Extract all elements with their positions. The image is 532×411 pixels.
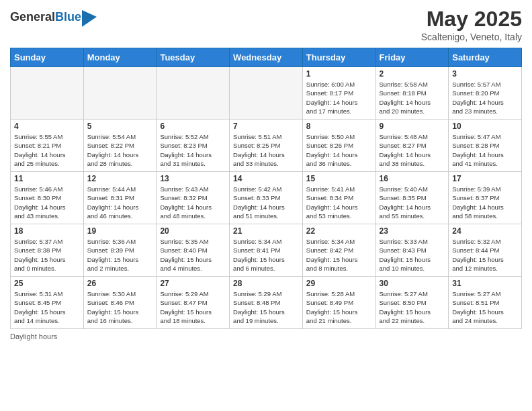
day-info: Sunrise: 5:33 AM Sunset: 8:43 PM Dayligh… [380, 237, 445, 273]
day-info: Sunrise: 5:54 AM Sunset: 8:22 PM Dayligh… [87, 132, 153, 168]
day-header-tuesday: Tuesday [157, 48, 230, 67]
calendar-cell: 25Sunrise: 5:31 AM Sunset: 8:45 PM Dayli… [11, 277, 84, 329]
day-number: 14 [233, 174, 299, 183]
day-number: 28 [233, 279, 299, 288]
calendar-cell: 15Sunrise: 5:41 AM Sunset: 8:34 PM Dayli… [302, 172, 375, 224]
day-info: Sunrise: 5:27 AM Sunset: 8:51 PM Dayligh… [452, 289, 518, 325]
month-title: May 2025 [421, 7, 522, 32]
day-number: 26 [87, 279, 153, 288]
svg-marker-0 [82, 10, 97, 27]
calendar-cell: 28Sunrise: 5:29 AM Sunset: 8:48 PM Dayli… [230, 277, 303, 329]
footer-note: Daylight hours [10, 332, 522, 340]
calendar-cell: 16Sunrise: 5:40 AM Sunset: 8:35 PM Dayli… [375, 172, 449, 224]
main-container: GeneralBlue May 2025 Scaltenigo, Veneto,… [0, 0, 532, 347]
day-info: Sunrise: 5:57 AM Sunset: 8:20 PM Dayligh… [452, 80, 518, 116]
day-number: 1 [306, 69, 372, 79]
day-info: Sunrise: 5:34 AM Sunset: 8:41 PM Dayligh… [233, 237, 299, 273]
calendar-table: SundayMondayTuesdayWednesdayThursdayFrid… [10, 48, 522, 329]
calendar-cell: 5Sunrise: 5:54 AM Sunset: 8:22 PM Daylig… [83, 120, 157, 172]
day-number: 9 [380, 122, 445, 131]
day-number: 23 [380, 226, 445, 236]
calendar-cell: 31Sunrise: 5:27 AM Sunset: 8:51 PM Dayli… [449, 277, 522, 329]
day-number: 5 [87, 122, 153, 131]
day-number: 16 [380, 174, 445, 183]
calendar-cell: 11Sunrise: 5:46 AM Sunset: 8:30 PM Dayli… [11, 172, 84, 224]
day-info: Sunrise: 5:46 AM Sunset: 8:30 PM Dayligh… [14, 185, 80, 220]
week-row-1: 1Sunrise: 6:00 AM Sunset: 8:17 PM Daylig… [11, 67, 522, 120]
day-number: 6 [160, 122, 226, 131]
calendar-cell: 17Sunrise: 5:39 AM Sunset: 8:37 PM Dayli… [449, 172, 522, 224]
day-number: 21 [233, 226, 299, 236]
day-info: Sunrise: 5:36 AM Sunset: 8:39 PM Dayligh… [87, 237, 153, 273]
calendar-cell [11, 67, 84, 120]
calendar-cell: 30Sunrise: 5:27 AM Sunset: 8:50 PM Dayli… [375, 277, 449, 329]
day-number: 17 [452, 174, 518, 183]
logo-text: GeneralBlue [10, 11, 81, 23]
calendar-cell [83, 67, 157, 120]
day-info: Sunrise: 5:29 AM Sunset: 8:47 PM Dayligh… [160, 289, 226, 325]
calendar-cell: 27Sunrise: 5:29 AM Sunset: 8:47 PM Dayli… [157, 277, 230, 329]
day-header-friday: Friday [375, 48, 449, 67]
calendar-cell: 21Sunrise: 5:34 AM Sunset: 8:41 PM Dayli… [230, 224, 303, 277]
week-row-3: 11Sunrise: 5:46 AM Sunset: 8:30 PM Dayli… [11, 172, 522, 224]
header-row: SundayMondayTuesdayWednesdayThursdayFrid… [11, 48, 522, 67]
day-number: 25 [14, 279, 80, 288]
day-header-sunday: Sunday [11, 48, 84, 67]
day-info: Sunrise: 5:47 AM Sunset: 8:28 PM Dayligh… [452, 132, 518, 168]
day-info: Sunrise: 5:48 AM Sunset: 8:27 PM Dayligh… [380, 132, 445, 168]
calendar-cell: 13Sunrise: 5:43 AM Sunset: 8:32 PM Dayli… [157, 172, 230, 224]
day-number: 24 [452, 226, 518, 236]
day-info: Sunrise: 5:28 AM Sunset: 8:49 PM Dayligh… [306, 289, 372, 325]
calendar-cell: 19Sunrise: 5:36 AM Sunset: 8:39 PM Dayli… [83, 224, 157, 277]
day-info: Sunrise: 5:51 AM Sunset: 8:25 PM Dayligh… [233, 132, 299, 168]
day-number: 10 [452, 122, 518, 131]
week-row-5: 25Sunrise: 5:31 AM Sunset: 8:45 PM Dayli… [11, 277, 522, 329]
day-number: 13 [160, 174, 226, 183]
day-header-wednesday: Wednesday [230, 48, 303, 67]
calendar-cell: 10Sunrise: 5:47 AM Sunset: 8:28 PM Dayli… [449, 120, 522, 172]
logo-general: GeneralBlue [10, 11, 81, 23]
day-number: 19 [87, 226, 153, 236]
calendar-cell: 22Sunrise: 5:34 AM Sunset: 8:42 PM Dayli… [302, 224, 375, 277]
day-info: Sunrise: 5:42 AM Sunset: 8:33 PM Dayligh… [233, 185, 299, 220]
day-number: 7 [233, 122, 299, 131]
day-info: Sunrise: 5:31 AM Sunset: 8:45 PM Dayligh… [14, 289, 80, 325]
calendar-cell: 9Sunrise: 5:48 AM Sunset: 8:27 PM Daylig… [375, 120, 449, 172]
calendar-cell: 23Sunrise: 5:33 AM Sunset: 8:43 PM Dayli… [375, 224, 449, 277]
logo-icon [82, 7, 97, 27]
day-info: Sunrise: 5:50 AM Sunset: 8:26 PM Dayligh… [306, 132, 372, 168]
location: Scaltenigo, Veneto, Italy [421, 32, 522, 42]
calendar-cell [157, 67, 230, 120]
day-header-saturday: Saturday [449, 48, 522, 67]
day-number: 2 [380, 69, 445, 79]
week-row-2: 4Sunrise: 5:55 AM Sunset: 8:21 PM Daylig… [11, 120, 522, 172]
day-info: Sunrise: 5:39 AM Sunset: 8:37 PM Dayligh… [452, 185, 518, 220]
calendar-cell: 14Sunrise: 5:42 AM Sunset: 8:33 PM Dayli… [230, 172, 303, 224]
day-number: 8 [306, 122, 372, 131]
day-info: Sunrise: 5:30 AM Sunset: 8:46 PM Dayligh… [87, 289, 153, 325]
day-info: Sunrise: 6:00 AM Sunset: 8:17 PM Dayligh… [306, 80, 372, 116]
day-header-thursday: Thursday [302, 48, 375, 67]
calendar-cell: 4Sunrise: 5:55 AM Sunset: 8:21 PM Daylig… [11, 120, 84, 172]
day-info: Sunrise: 5:52 AM Sunset: 8:23 PM Dayligh… [160, 132, 226, 168]
day-info: Sunrise: 5:35 AM Sunset: 8:40 PM Dayligh… [160, 237, 226, 273]
day-info: Sunrise: 5:55 AM Sunset: 8:21 PM Dayligh… [14, 132, 80, 168]
calendar-cell: 18Sunrise: 5:37 AM Sunset: 8:38 PM Dayli… [11, 224, 84, 277]
day-number: 22 [306, 226, 372, 236]
day-number: 15 [306, 174, 372, 183]
day-info: Sunrise: 5:37 AM Sunset: 8:38 PM Dayligh… [14, 237, 80, 273]
day-number: 3 [452, 69, 518, 79]
day-info: Sunrise: 5:40 AM Sunset: 8:35 PM Dayligh… [380, 185, 445, 220]
week-row-4: 18Sunrise: 5:37 AM Sunset: 8:38 PM Dayli… [11, 224, 522, 277]
calendar-cell: 8Sunrise: 5:50 AM Sunset: 8:26 PM Daylig… [302, 120, 375, 172]
day-number: 20 [160, 226, 226, 236]
calendar-cell: 20Sunrise: 5:35 AM Sunset: 8:40 PM Dayli… [157, 224, 230, 277]
day-info: Sunrise: 5:27 AM Sunset: 8:50 PM Dayligh… [380, 289, 445, 325]
calendar-cell: 7Sunrise: 5:51 AM Sunset: 8:25 PM Daylig… [230, 120, 303, 172]
calendar-cell: 24Sunrise: 5:32 AM Sunset: 8:44 PM Dayli… [449, 224, 522, 277]
day-number: 4 [14, 122, 80, 131]
calendar-cell: 1Sunrise: 6:00 AM Sunset: 8:17 PM Daylig… [302, 67, 375, 120]
title-section: May 2025 Scaltenigo, Veneto, Italy [421, 7, 522, 42]
logo: GeneralBlue [10, 7, 97, 27]
day-info: Sunrise: 5:43 AM Sunset: 8:32 PM Dayligh… [160, 185, 226, 220]
